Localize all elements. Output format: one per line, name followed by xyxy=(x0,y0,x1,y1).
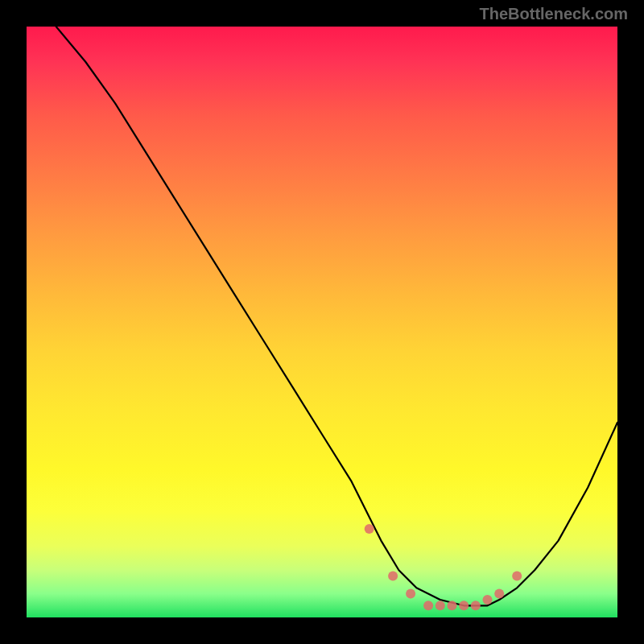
chart-svg xyxy=(27,27,617,617)
suggestion-dot xyxy=(436,601,445,610)
suggestion-dot xyxy=(512,572,522,581)
suggestion-dot xyxy=(365,524,374,534)
suggestion-dot xyxy=(406,589,415,599)
suggestion-dot xyxy=(448,601,457,610)
suggestion-dot xyxy=(423,601,433,610)
suggestion-dots-group xyxy=(365,524,522,610)
chart-plot-area xyxy=(27,27,617,617)
suggestion-dot xyxy=(494,589,504,599)
watermark-text: TheBottleneck.com xyxy=(480,5,628,23)
suggestion-dot xyxy=(388,572,398,581)
suggestion-dot xyxy=(483,595,493,605)
bottleneck-curve-path xyxy=(56,27,617,605)
suggestion-dot xyxy=(459,601,469,610)
suggestion-dot xyxy=(471,601,481,610)
